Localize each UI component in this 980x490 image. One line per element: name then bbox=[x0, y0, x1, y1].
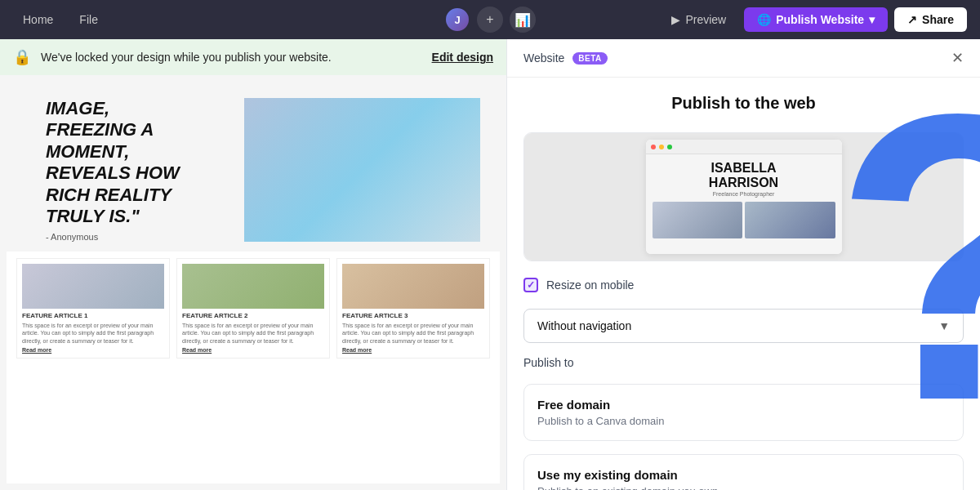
home-button[interactable]: Home bbox=[13, 8, 63, 31]
browser-content: ISABELLA HARRISON Freelance Photographer bbox=[646, 154, 842, 254]
browser-bar bbox=[646, 140, 842, 154]
design-header: IMAGE, FREEZING A MOMENT, REVEALS HOW RI… bbox=[7, 82, 500, 252]
read-more-1[interactable]: Read more bbox=[22, 347, 164, 353]
article-title-3: FEATURE ARTICLE 3 bbox=[342, 312, 484, 319]
browser-dot-green bbox=[667, 145, 672, 149]
nav-dropdown-label: Without navigation bbox=[537, 319, 631, 332]
avatar-group: J bbox=[444, 7, 470, 33]
resize-mobile-label: Resize on mobile bbox=[546, 278, 634, 292]
chevron-down-icon: ▼ bbox=[938, 319, 950, 332]
title-line-1: IMAGE, bbox=[46, 98, 109, 118]
article-text-2: This space is for an excerpt or preview … bbox=[182, 322, 324, 344]
beta-badge: BETA bbox=[572, 52, 607, 65]
add-collaborator-button[interactable]: + bbox=[477, 7, 503, 33]
publish-label: Publish Website bbox=[776, 13, 864, 26]
mock-img-row bbox=[653, 202, 835, 238]
read-more-3[interactable]: Read more bbox=[342, 347, 484, 353]
design-text-col: IMAGE, FREEZING A MOMENT, REVEALS HOW RI… bbox=[26, 98, 244, 242]
top-bar-center: J + 📊 bbox=[444, 7, 536, 33]
free-domain-desc: Publish to a Canva domain bbox=[537, 415, 950, 427]
article-text-3: This space is for an excerpt or preview … bbox=[342, 322, 484, 344]
website-preview-card: ISABELLA HARRISON Freelance Photographer bbox=[523, 132, 964, 261]
publish-to-web-title: Publish to the web bbox=[523, 91, 964, 119]
list-item: FEATURE ARTICLE 1 This space is for an e… bbox=[16, 258, 170, 358]
design-content: IMAGE, FREEZING A MOMENT, REVEALS HOW RI… bbox=[7, 82, 500, 483]
file-button[interactable]: File bbox=[69, 8, 108, 31]
existing-domain-desc: Publish to an existing domain you own bbox=[537, 485, 950, 490]
title-line-6: TRULY IS." bbox=[46, 206, 140, 226]
canvas-area: IMAGE, FREEZING A MOMENT, REVEALS HOW RI… bbox=[0, 75, 506, 490]
preview-browser: ISABELLA HARRISON Freelance Photographer bbox=[524, 133, 963, 261]
publish-to-label: Publish to bbox=[523, 356, 964, 369]
website-label: Website bbox=[523, 51, 564, 65]
article-image-1 bbox=[22, 264, 164, 309]
panel-wrapper: Website BETA ✕ Publish to the web bbox=[506, 39, 980, 490]
globe-icon: 🌐 bbox=[757, 13, 771, 26]
nav-left: Home File bbox=[13, 8, 108, 31]
top-bar-right: ▶ Preview 🌐 Publish Website ▾ ↗ Share bbox=[660, 7, 967, 32]
edit-design-button[interactable]: Edit design bbox=[432, 51, 493, 64]
main-content: 🔒 We've locked your design while you pub… bbox=[0, 39, 980, 490]
close-button[interactable]: ✕ bbox=[951, 49, 964, 67]
stats-button[interactable]: 📊 bbox=[510, 7, 536, 33]
panel-body: Publish to the web ISABELLA H bbox=[507, 78, 980, 490]
article-title-1: FEATURE ARTICLE 1 bbox=[22, 312, 164, 319]
mock-img-1 bbox=[653, 202, 743, 238]
navigation-dropdown[interactable]: Without navigation ▼ bbox=[523, 309, 964, 343]
browser-dot-yellow bbox=[659, 145, 664, 149]
list-item: FEATURE ARTICLE 3 This space is for an e… bbox=[336, 258, 490, 358]
panel-header: Website BETA ✕ bbox=[507, 39, 980, 78]
notification-text: We've locked your design while you publi… bbox=[41, 51, 422, 64]
title-line-4: REVEALS HOW bbox=[46, 163, 180, 183]
publish-website-button[interactable]: 🌐 Publish Website ▾ bbox=[744, 7, 888, 32]
publish-panel: Website BETA ✕ Publish to the web bbox=[506, 39, 980, 490]
preview-button[interactable]: ▶ Preview bbox=[660, 8, 737, 31]
lock-icon: 🔒 bbox=[13, 48, 31, 66]
list-item: FEATURE ARTICLE 2 This space is for an e… bbox=[176, 258, 330, 358]
mock-name-2: HARRISON bbox=[709, 176, 778, 190]
preview-label: Preview bbox=[685, 13, 726, 26]
avatar: J bbox=[444, 7, 470, 33]
article-title-2: FEATURE ARTICLE 2 bbox=[182, 312, 324, 319]
design-quote: - Anonymous bbox=[46, 232, 234, 242]
existing-domain-card[interactable]: Use my existing domain Publish to an exi… bbox=[523, 454, 964, 490]
notification-bar: 🔒 We've locked your design while you pub… bbox=[0, 39, 506, 75]
article-image-2 bbox=[182, 264, 324, 309]
article-text-1: This space is for an excerpt or preview … bbox=[22, 322, 164, 344]
title-line-5: RICH REALITY bbox=[46, 185, 172, 205]
title-line-3: MOMENT, bbox=[46, 141, 129, 162]
articles-section: FEATURE ARTICLE 1 This space is for an e… bbox=[7, 252, 500, 364]
read-more-2[interactable]: Read more bbox=[182, 347, 324, 353]
free-domain-title: Free domain bbox=[537, 398, 950, 412]
existing-domain-title: Use my existing domain bbox=[537, 468, 950, 482]
share-icon: ↗ bbox=[907, 13, 917, 26]
top-bar: Home File J + 📊 ▶ Preview 🌐 Publish Webs… bbox=[0, 0, 980, 39]
mock-img-2 bbox=[745, 202, 835, 238]
resize-row: Resize on mobile bbox=[523, 274, 964, 296]
design-title: IMAGE, FREEZING A MOMENT, REVEALS HOW RI… bbox=[46, 98, 234, 227]
resize-mobile-checkbox[interactable] bbox=[523, 278, 538, 292]
design-image-placeholder bbox=[244, 98, 480, 242]
mock-name-1: ISABELLA bbox=[711, 161, 777, 176]
chevron-down-icon: ▾ bbox=[869, 13, 875, 26]
play-icon: ▶ bbox=[671, 13, 680, 26]
free-domain-card[interactable]: Free domain Publish to a Canva domain bbox=[523, 384, 964, 441]
share-label: Share bbox=[922, 13, 954, 26]
nav-dropdown-inner: Without navigation ▼ bbox=[524, 310, 963, 342]
article-image-3 bbox=[342, 264, 484, 309]
browser-dot-red bbox=[651, 145, 656, 149]
canvas-panel: 🔒 We've locked your design while you pub… bbox=[0, 39, 506, 490]
design-body: IMAGE, FREEZING A MOMENT, REVEALS HOW RI… bbox=[26, 98, 480, 242]
share-button[interactable]: ↗ Share bbox=[894, 7, 967, 32]
browser-mockup: ISABELLA HARRISON Freelance Photographer bbox=[646, 140, 842, 254]
title-line-2: FREEZING A bbox=[46, 119, 154, 140]
mock-subtitle: Freelance Photographer bbox=[713, 191, 775, 197]
design-image-col bbox=[244, 98, 480, 242]
panel-title-area: Website BETA bbox=[523, 51, 608, 65]
